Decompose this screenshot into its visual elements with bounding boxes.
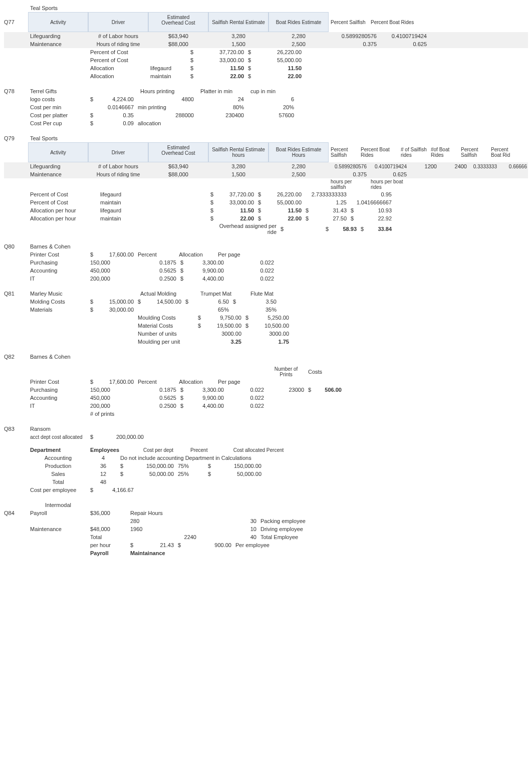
q79-hdr-pbrd: Percent Boat Rid xyxy=(489,146,519,158)
emp-count: 4 xyxy=(88,454,118,461)
cap-val: 150,000.00 xyxy=(213,462,263,469)
q79-hdr-ovh: Estimated Overhead Cost xyxy=(148,142,208,162)
dollar-sign: $ xyxy=(208,199,216,206)
q79-hdr-bre: Boat Rides Estimate Hours xyxy=(269,142,329,162)
v288000: 288000 xyxy=(136,112,196,119)
per-hour-lbl: per hour xyxy=(88,542,128,549)
total-2240: 2240 xyxy=(158,534,198,541)
q79-row-sub: lifegaurd xyxy=(98,191,148,198)
q80-row-lbl: Accounting xyxy=(28,267,88,274)
r1-act: Lifeguarding xyxy=(28,33,88,40)
q77-row-sub: lifegaurd xyxy=(148,65,188,72)
q82-np: 23000 xyxy=(266,386,306,393)
q80-alloc: 9,900.00 xyxy=(186,267,226,274)
q79-row-sub: maintain xyxy=(98,199,148,206)
q82-alloc: 4,400.00 xyxy=(186,402,226,409)
q82-val: 150,000 xyxy=(88,386,128,393)
dollar-sign: $ xyxy=(178,275,186,282)
dollar-sign: $ xyxy=(188,49,196,56)
q77-num: Q77 xyxy=(4,19,28,25)
q84-section: Intermodal Q84 Payroll $36,000 Repair Ho… xyxy=(4,501,528,557)
dollar-sign: $ xyxy=(208,191,216,198)
q81-row-lbl: Moulding per unit xyxy=(136,338,196,345)
dollar-sign: $ xyxy=(178,267,186,274)
pct65: 65% xyxy=(191,306,231,313)
q80-val: 450,000 xyxy=(88,267,128,274)
q79-hdr-driver: Driver xyxy=(88,142,148,162)
molding-costs: Molding Costs xyxy=(28,298,88,305)
mc-15000: 15,000.00 xyxy=(96,298,136,305)
min-printing: min printing xyxy=(136,104,176,111)
q80-alloc-lbl: Allocation xyxy=(166,251,216,258)
emp-count: 48 xyxy=(88,478,118,485)
dollar-sign: $ xyxy=(256,199,263,206)
dollar-sign xyxy=(196,341,203,342)
maint-lbl: Maintenance xyxy=(28,526,88,533)
payroll-lbl: Payroll xyxy=(28,510,88,517)
cost-per-min: Cost per min xyxy=(28,104,88,111)
q79-v1: 22.00 xyxy=(216,215,256,222)
dept-name: Sales xyxy=(28,470,88,477)
dollar-sign xyxy=(349,194,354,195)
q81-v2: 1.75 xyxy=(251,338,291,345)
q82-title: Barnes & Cohen xyxy=(28,353,88,360)
q80-num: Q80 xyxy=(4,243,28,249)
q77-row-lbl: Percent of Cost xyxy=(88,49,148,56)
maint-b: Maintainance xyxy=(128,550,178,557)
q82-pct: 0.5625 xyxy=(128,394,178,401)
note: Do not include accounting Department in … xyxy=(118,454,319,461)
printer-cost-lbl: Printer Cost xyxy=(28,251,88,258)
dollar-sign: $ xyxy=(178,402,186,409)
dollar-sign: $ xyxy=(246,49,253,56)
q82-pct: 0.1875 xyxy=(128,386,178,393)
v57600: 57600 xyxy=(246,112,296,119)
q79-r2-drv: Hours of riding time xyxy=(88,171,148,178)
q80-percent-lbl: Percent xyxy=(136,251,166,258)
q80-alloc: 4,400.00 xyxy=(186,275,226,282)
q81-v2: 3000.00 xyxy=(251,330,291,337)
q79-v2: 11.50 xyxy=(263,207,304,214)
q78-title: Terrel Gifts xyxy=(28,88,88,95)
mat-30000: 30,000.00 xyxy=(96,306,136,313)
pct35: 35% xyxy=(238,306,279,313)
q81-section: Q81 Marley Music Actual Molding Trumpet … xyxy=(4,290,528,346)
r1-sre: 3,280 xyxy=(208,33,269,40)
dollar-sign: $ xyxy=(243,314,251,321)
ph-2143: 21.43 xyxy=(136,542,176,549)
q82-alloc: 3,300.00 xyxy=(186,386,226,393)
q84-num: Q84 xyxy=(4,510,28,516)
dollar-sign: $ xyxy=(178,394,186,401)
hdr-activity: Activity xyxy=(28,12,88,32)
q81-row-lbl: Moulding Costs xyxy=(136,314,196,321)
q79-r1-sre: 3,280 xyxy=(208,163,269,170)
q82-section: Q82 Barnes & Cohen Number of Prints Cost… xyxy=(4,353,528,418)
acct-dept-cost: acct dept cost allocated xyxy=(28,434,88,440)
dollar-sign: $ xyxy=(256,215,263,222)
q79-v3: 1.25 xyxy=(309,199,349,206)
dollar-sign xyxy=(304,194,309,195)
q79-p1c: 1200 xyxy=(409,163,439,170)
dollar-sign xyxy=(306,405,314,406)
ovh-a: 58.93 xyxy=(329,225,359,232)
q79-p1a: 0.5899280576 xyxy=(329,163,369,170)
dept-hdr: Department xyxy=(28,446,88,453)
q77-row-lbl: Allocation xyxy=(88,65,148,72)
dsign3: $ xyxy=(88,120,96,127)
q80-alloc: 3,300.00 xyxy=(186,259,226,266)
mc-350: 3.50 xyxy=(238,298,279,305)
dollar-sign: $ xyxy=(246,73,253,80)
intermodal: Intermodal xyxy=(28,501,88,509)
q79-hdr-nsr: # of Sailfish rides xyxy=(399,146,429,158)
q81-d4: $ xyxy=(231,298,238,305)
r1-bre: 2,280 xyxy=(269,33,329,40)
dollar-sign: $ xyxy=(178,259,186,266)
dollar-sign: $ xyxy=(188,57,196,64)
ovh-assigned-lbl: Overhead assigned per ride xyxy=(208,222,279,235)
q82-perpage: 0.022 xyxy=(226,386,266,393)
dollar-sign: $ xyxy=(178,386,186,393)
q80-perpage: 0.022 xyxy=(226,275,276,282)
q82-cost: 506.00 xyxy=(314,386,344,393)
q82-num: Q82 xyxy=(4,354,28,360)
q82-row-lbl: Purchasing xyxy=(28,386,88,393)
q77-section: Teal Sports Q77 Activity Driver Estimate… xyxy=(4,4,528,80)
